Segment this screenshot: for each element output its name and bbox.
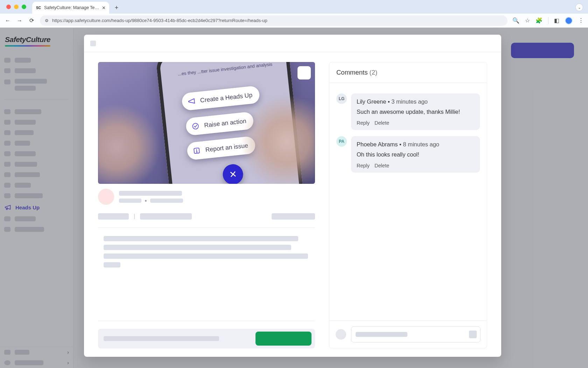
comment-item: PA Phoebe Abrams • 8 minutes ago Oh this…: [336, 136, 480, 173]
nav-reload-button[interactable]: ⟳: [28, 17, 35, 24]
meta-placeholder: [119, 199, 141, 203]
zoom-icon[interactable]: 🔍: [512, 17, 519, 24]
comment-time: 8 minutes ago: [403, 141, 439, 147]
author-avatar: [98, 189, 114, 205]
comment-time: 3 minutes ago: [391, 98, 428, 105]
toolbar-divider: [548, 17, 548, 24]
megaphone-icon: [187, 96, 197, 106]
meta-placeholder: [150, 199, 183, 203]
alert-icon: [192, 146, 202, 156]
url-text: https://app.safetyculture.com/heads-up/9…: [52, 18, 267, 23]
acknowledge-button[interactable]: [255, 332, 312, 346]
address-bar[interactable]: ⚙ https://app.safetyculture.com/heads-up…: [40, 15, 507, 26]
description-placeholder: [98, 236, 315, 268]
window-zoom-icon[interactable]: [22, 5, 26, 9]
chip-label: Raise an action: [204, 117, 246, 129]
tab-close-icon[interactable]: ✕: [102, 5, 106, 11]
window-minimize-icon[interactable]: [14, 5, 19, 9]
modal-header: [84, 35, 501, 52]
divider: [98, 321, 315, 321]
svg-point-3: [196, 152, 197, 152]
comment-author: Phoebe Abrams: [357, 141, 398, 147]
phone-illustration: ...es they ...tter issue investigation a…: [155, 62, 307, 184]
chip-create-heads-up: Create a Heads Up: [181, 85, 260, 111]
sidepanel-icon[interactable]: ◧: [554, 17, 559, 24]
comments-header: Comments (2): [329, 62, 487, 83]
acknowledge-bar: [98, 329, 315, 348]
tabs-overflow-button[interactable]: ⌄: [575, 4, 583, 11]
comment-item: LG Lily Greene • 3 minutes ago Such an a…: [336, 93, 480, 130]
bookmark-icon[interactable]: ☆: [525, 17, 530, 24]
tab-title: SafetyCulture: Manage Teams and...: [44, 5, 99, 10]
comment-avatar: LG: [336, 93, 347, 104]
stats-row: |: [98, 205, 315, 220]
kebab-menu-icon[interactable]: ⋮: [578, 17, 584, 24]
current-user-avatar: [336, 329, 346, 340]
phone-blurb: ...es they ...tter issue investigation a…: [174, 62, 276, 78]
chip-label: Create a Heads Up: [200, 91, 253, 104]
extensions-icon[interactable]: 🧩: [536, 17, 542, 24]
stat-placeholder: [272, 213, 315, 220]
window-close-icon[interactable]: [6, 5, 11, 9]
stat-placeholder: [98, 213, 129, 220]
profile-avatar-icon[interactable]: [565, 17, 573, 25]
new-tab-button[interactable]: +: [111, 2, 122, 13]
browser-toolbar: ← → ⟳ ⚙ https://app.safetyculture.com/he…: [0, 14, 588, 28]
chip-raise-action: Raise an action: [185, 111, 254, 136]
comment-reply-button[interactable]: Reply: [357, 120, 370, 126]
browser-tab[interactable]: SC SafetyCulture: Manage Teams and... ✕: [32, 2, 109, 14]
nav-back-button[interactable]: ←: [4, 18, 11, 24]
comment-text: Oh this looks really cool!: [357, 151, 474, 158]
stat-placeholder: [140, 213, 192, 220]
window-controls[interactable]: [6, 5, 26, 9]
comment-delete-button[interactable]: Delete: [374, 120, 389, 126]
svg-point-0: [192, 123, 199, 129]
dot-separator: [145, 200, 147, 202]
nav-forward-button[interactable]: →: [16, 18, 23, 24]
comments-panel: Comments (2) LG Lily Greene • 3 minutes …: [329, 62, 487, 348]
comments-count: (2): [370, 69, 378, 76]
expand-media-button[interactable]: [298, 66, 311, 79]
author-meta: [98, 184, 315, 205]
comments-title: Comments: [336, 69, 368, 76]
check-circle-icon: [190, 121, 201, 131]
hero-media[interactable]: ...es they ...tter issue investigation a…: [98, 62, 315, 184]
comment-reply-button[interactable]: Reply: [357, 163, 370, 168]
tab-favicon-icon: SC: [36, 5, 41, 11]
pipe-separator: |: [133, 213, 136, 220]
site-settings-icon[interactable]: ⚙: [45, 18, 49, 23]
fab-close-icon: ✕: [222, 163, 244, 184]
comment-delete-button[interactable]: Delete: [374, 163, 389, 168]
ack-text-placeholder: [104, 336, 219, 341]
heads-up-detail: ...es they ...tter issue investigation a…: [98, 62, 315, 357]
comment-compose: [329, 320, 487, 348]
heads-up-modal: ...es they ...tter issue investigation a…: [84, 35, 501, 357]
chip-report-issue: Report an issue: [186, 136, 256, 160]
divider: [98, 227, 315, 228]
comments-list: LG Lily Greene • 3 minutes ago Such an a…: [329, 83, 487, 320]
comment-avatar: PA: [336, 136, 347, 147]
modal-back-icon[interactable]: [90, 41, 96, 46]
comment-placeholder: [356, 332, 407, 337]
author-name-placeholder: [119, 191, 182, 196]
comment-input[interactable]: [351, 326, 481, 342]
comment-text: Such an awesome update, thanks Millie!: [357, 109, 474, 115]
comment-author: Lily Greene: [357, 98, 386, 105]
chip-label: Report an issue: [205, 142, 248, 154]
send-comment-button[interactable]: [469, 331, 477, 338]
browser-tab-strip: SC SafetyCulture: Manage Teams and... ✕ …: [0, 0, 588, 14]
